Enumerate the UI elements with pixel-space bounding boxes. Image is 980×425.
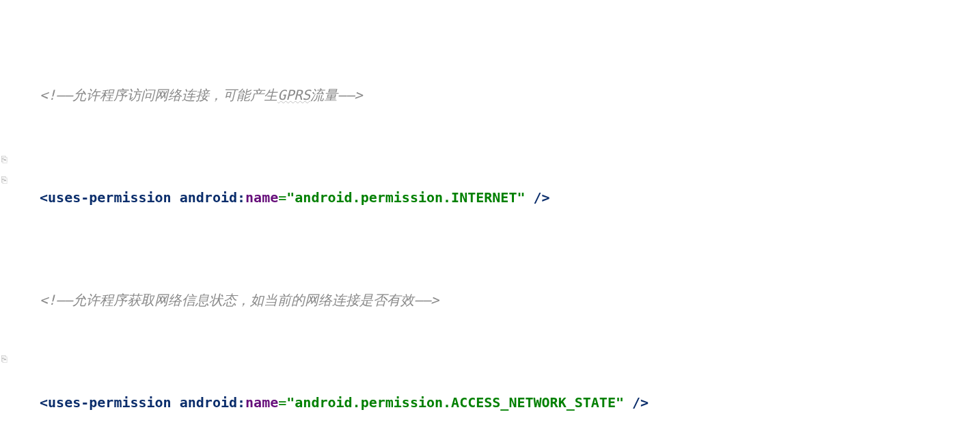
xml-bracket: < <box>40 189 48 206</box>
code-line[interactable]: <uses-permission android:name="android.p… <box>40 392 980 413</box>
code-line[interactable]: <!––允许程序获取网络信息状态，如当前的网络连接是否有效––> <box>40 290 980 310</box>
xml-attr-name: name <box>245 189 278 206</box>
xml-attr-ns: android <box>180 189 237 206</box>
code-line[interactable]: <uses-permission android:name="android.p… <box>40 187 980 208</box>
code-editor[interactable]: ⎘ ⎘ ⎘ <!––允许程序访问网络连接，可能产生GPRS流量––> <uses… <box>0 0 980 105</box>
gutter-marker-icon: ⎘ <box>1 169 7 190</box>
gutter: ⎘ ⎘ ⎘ <box>0 0 14 425</box>
xml-tag: uses-permission <box>48 189 172 206</box>
xml-attr-value: "android.permission.INTERNET" <box>286 189 525 206</box>
xml-comment: <!––允许程序获取网络信息状态，如当前的网络连接是否有效––> <box>40 292 439 308</box>
code-line[interactable]: <!––允许程序访问网络连接，可能产生GPRS流量––> <box>40 85 980 105</box>
gutter-marker-icon: ⎘ <box>1 149 7 169</box>
gutter-marker-icon: ⎘ <box>1 348 7 369</box>
code-area[interactable]: <!––允许程序访问网络连接，可能产生GPRS流量––> <uses-permi… <box>40 3 980 425</box>
xml-comment: <!––允许程序访问网络连接，可能产生GPRS流量––> <box>40 87 362 103</box>
